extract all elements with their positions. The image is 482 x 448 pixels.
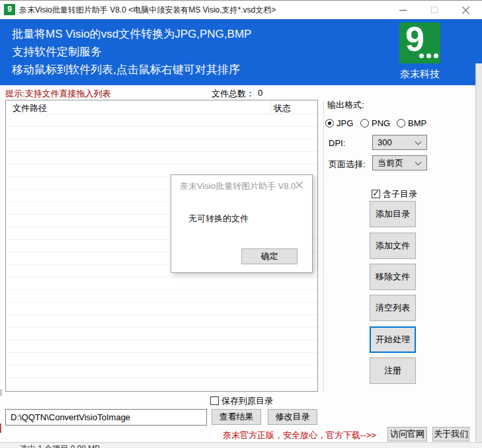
change-directory-button[interactable]: 修改目录 [268,409,317,425]
page-value: 当前页 [378,158,403,168]
column-header-status[interactable]: 状态 [274,102,291,114]
include-subdir-option[interactable]: 含子目录 [372,188,417,200]
brand-logo: 9 [399,22,440,63]
register-button[interactable]: 注册 [370,357,416,384]
app-icon: 9 [4,4,15,15]
start-process-button[interactable]: 开始处理 [370,326,416,353]
background-window-edge [475,63,482,442]
panel-divider [323,100,324,392]
file-count-label: 文件总数： [212,88,255,100]
radio-bmp[interactable]: BMP [397,117,426,128]
page-select[interactable]: 当前页 [372,155,427,170]
app-window: 9 奈末Visio批量转图片助手 V8.0 <电脑中须安装有MS Visio,支… [0,0,482,448]
column-header-path[interactable]: 文件路径 [13,102,47,114]
official-promo-text: 奈末官方正版，安全放心，官方下载-->> [223,429,376,441]
maximize-icon [431,7,438,13]
brand-name: 奈末科技 [395,68,444,81]
output-format-label: 输出格式: [327,99,364,111]
radio-png[interactable]: PNG [360,117,390,128]
header-banner: 批量将MS Visio的vsd文件转换为JPG,PNG,BMP 支持软件定制服务… [0,19,482,85]
dialog-close-button[interactable] [292,178,307,192]
save-to-source-checkbox[interactable] [210,396,219,405]
background-statusbar-text: 选中 1 个项目 0.98 MB [20,443,100,448]
background-sliver-mark [0,424,1,433]
chevron-down-icon [415,159,422,166]
chevron-down-icon [415,139,422,145]
file-count-value: 0 [258,88,262,98]
save-to-source-option[interactable]: 保存到原目录 [210,394,273,407]
remove-file-button[interactable]: 移除文件 [370,264,416,290]
radio-jpg[interactable]: JPG [325,117,353,128]
include-subdir-label: 含子目录 [383,189,417,199]
banner-line-3: 移动鼠标到软件列表,点击鼠标右键可对其排序 [12,62,240,77]
titlebar: 9 奈末Visio批量转图片助手 V8.0 <电脑中须安装有MS Visio,支… [0,1,482,19]
about-us-button[interactable]: 关于我们 [432,427,469,441]
view-result-button[interactable]: 查看结果 [212,409,261,425]
radio-png-icon[interactable] [360,119,369,128]
dialog-title: 奈末Visio批量转图片助手 V8.0 [180,180,296,192]
visit-website-button[interactable]: 访问官网 [387,427,427,441]
minimize-button[interactable] [391,1,414,19]
banner-line-1: 批量将MS Visio的vsd文件转换为JPG,PNG,BMP [12,26,251,42]
add-file-button[interactable]: 添加文件 [370,233,416,259]
close-button[interactable] [455,1,477,19]
maximize-button[interactable] [423,1,446,19]
radio-jpg-icon[interactable] [325,119,334,128]
background-sliver-mark [0,389,2,396]
banner-line-2: 支持软件定制服务 [12,44,102,59]
message-dialog: 奈末Visio批量转图片助手 V8.0 无可转换的文件 确定 [171,174,313,273]
page-select-label: 页面选择: [329,159,366,170]
file-list-header: 文件路径 状态 [6,100,317,114]
window-title: 奈末Visio批量转图片助手 V8.0 <电脑中须安装有MS Visio,支持*… [19,1,276,19]
output-path-input[interactable] [5,409,207,426]
radio-bmp-icon[interactable] [397,119,405,128]
minimize-icon [399,10,407,11]
dpi-label: DPI: [329,138,345,148]
add-directory-button[interactable]: 添加目录 [370,201,416,227]
dialog-ok-button[interactable]: 确定 [241,248,298,264]
dpi-select[interactable]: 300 [372,135,427,150]
include-subdir-checkbox[interactable] [372,190,380,198]
background-statusbar: 选中 1 个项目 0.98 MB [0,442,482,448]
save-to-source-label: 保存到原目录 [221,396,273,406]
dialog-message: 无可转换的文件 [188,213,249,225]
clear-list-button[interactable]: 清空列表 [370,295,416,321]
drag-hint-text: 提示:支持文件直接拖入列表 [5,88,111,100]
dpi-value: 300 [378,137,392,147]
